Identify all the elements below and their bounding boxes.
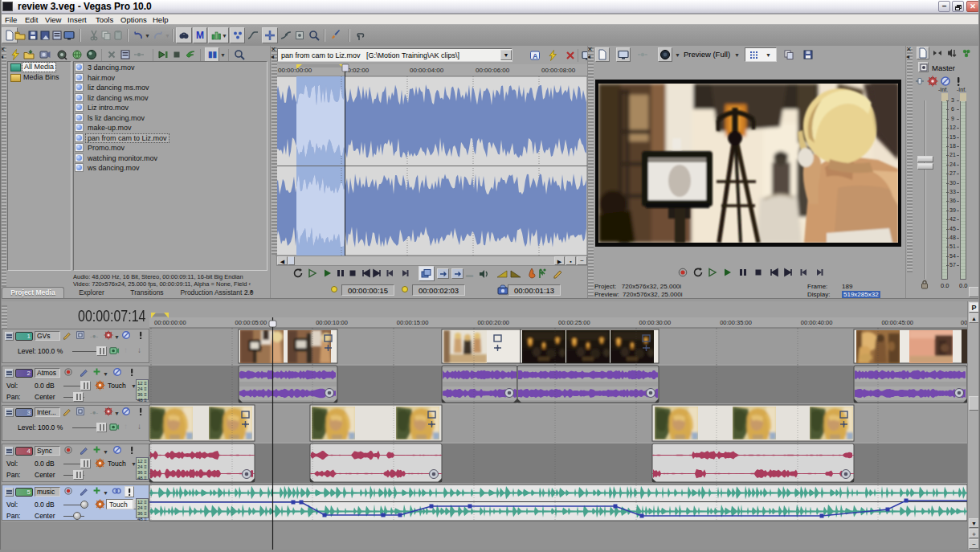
- svg-text:00:00:15:00: 00:00:15:00: [397, 319, 429, 326]
- svg-text:00:00:00:00: 00:00:00:00: [154, 319, 186, 326]
- svg-text:00:00:20:00: 00:00:20:00: [477, 319, 509, 326]
- svg-text:00:00:45:00: 00:00:45:00: [881, 319, 913, 326]
- svg-text:00: 00: [961, 319, 967, 326]
- svg-text:00:00:30:00: 00:00:30:00: [639, 319, 672, 326]
- svg-text:00:00:05:00: 00:00:05:00: [235, 319, 267, 326]
- svg-text:00:00:25:00: 00:00:25:00: [558, 319, 590, 326]
- svg-text:00:00:35:00: 00:00:35:00: [720, 319, 752, 326]
- svg-text:00:00:40:00: 00:00:40:00: [801, 319, 833, 326]
- svg-text:A: A: [533, 52, 538, 60]
- svg-text:00:00:10:00: 00:00:10:00: [316, 319, 348, 326]
